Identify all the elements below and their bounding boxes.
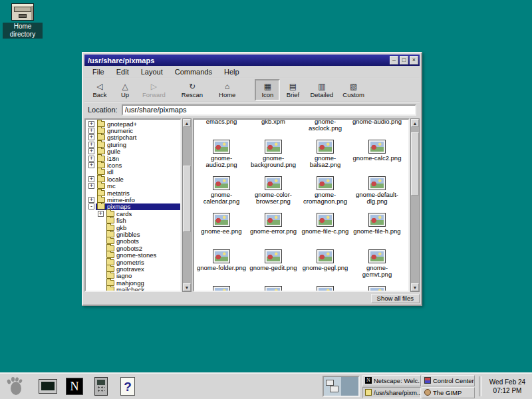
file-item[interactable]: gnome-calc2.png xyxy=(351,138,403,174)
file-item[interactable]: gnome-file-h.png xyxy=(351,211,403,247)
tree-item[interactable]: gnibbles xyxy=(86,231,180,237)
titlebar-button[interactable]: × xyxy=(410,56,418,65)
toolbar-button[interactable]: △ Up xyxy=(112,79,138,101)
tree-item[interactable]: - pixmaps xyxy=(86,203,180,210)
applet-handle[interactable] xyxy=(479,376,481,396)
tree-expander-icon[interactable]: + xyxy=(88,121,94,127)
file-item[interactable]: gnome-background.png xyxy=(247,138,299,174)
home-directory-desktop-icon[interactable]: Home directory xyxy=(3,3,43,39)
toolbar-button[interactable]: ▧ Custom xyxy=(338,79,369,101)
file-item[interactable]: gnome-file-c.png xyxy=(299,211,351,247)
tree-expander-icon[interactable]: - xyxy=(88,203,94,209)
tree-scrollbar-thumb[interactable] xyxy=(183,166,191,232)
titlebar-button[interactable]: □ xyxy=(400,56,408,65)
task-button[interactable]: N Netscape: Welc... xyxy=(362,375,421,386)
window-titlebar[interactable]: /usr/share/pixmaps – □ × xyxy=(84,55,420,66)
help-button[interactable]: ? xyxy=(116,375,140,398)
tree-expander-icon[interactable]: + xyxy=(98,211,104,217)
tree-item[interactable]: gnometris xyxy=(86,259,180,265)
tree-expander-icon[interactable]: + xyxy=(88,148,94,154)
file-item[interactable]: gnome-error.png xyxy=(247,211,299,247)
show-all-files-button[interactable]: Show all files xyxy=(371,294,420,303)
tree-item-label: gnome-stones xyxy=(116,251,156,259)
tree-item[interactable]: iagno xyxy=(86,273,180,279)
task-icon xyxy=(365,389,372,396)
tree-expander-icon[interactable]: + xyxy=(88,134,94,140)
file-item[interactable] xyxy=(299,284,351,292)
task-button[interactable]: /usr/share/pixm... xyxy=(362,387,421,398)
file-item[interactable]: gnome-cromagnon.png xyxy=(299,174,351,211)
icon-view-scrollbar[interactable]: ▲ ▼ xyxy=(410,118,420,292)
tree-scrollbar[interactable]: ▲ ▼ xyxy=(182,118,192,292)
pager-desktop-1[interactable] xyxy=(324,377,341,396)
menu-item[interactable]: Commands xyxy=(169,66,218,77)
tree-item[interactable]: fish xyxy=(86,217,180,223)
file-item[interactable]: gnome-default-dlg.png xyxy=(351,174,403,211)
file-item[interactable]: gnome-gemvt.png xyxy=(351,247,403,284)
desk-guide-pager[interactable] xyxy=(323,376,360,397)
toolbar-button[interactable]: ▷ Forward xyxy=(138,79,170,101)
tree-item[interactable]: gnobots2 xyxy=(86,245,180,251)
file-item[interactable] xyxy=(247,284,299,292)
file-item[interactable]: gnome-audio2.png xyxy=(196,138,247,174)
tree-item[interactable]: gnome-stones xyxy=(86,251,180,258)
netscape-button[interactable]: N xyxy=(63,375,86,398)
file-item[interactable]: gnome-color-browser.png xyxy=(247,174,299,211)
pager-desktop-2[interactable] xyxy=(341,377,358,396)
toolbar-button[interactable]: ↻ Rescan xyxy=(177,79,207,101)
tree-item[interactable]: gnotravex xyxy=(86,265,180,272)
file-item[interactable]: gnome-calendar.png xyxy=(196,174,247,211)
pda-button[interactable] xyxy=(89,375,113,398)
file-item[interactable]: gnome-gegl.png xyxy=(299,247,351,284)
task-button[interactable]: Control Center xyxy=(422,375,475,386)
tree-item[interactable]: gkb xyxy=(86,224,180,231)
file-item[interactable]: gnome-folder.png xyxy=(196,247,247,284)
tree-item[interactable]: mailcheck xyxy=(86,286,180,292)
tree-expander-icon[interactable]: + xyxy=(88,197,94,203)
toolbar: ◁ Back △ Up ▷ Forward ↻ Rescan xyxy=(84,78,420,102)
file-item[interactable]: gkb.xpm xyxy=(247,118,299,138)
menu-item[interactable]: File xyxy=(86,66,110,77)
file-item[interactable]: gnome-balsa2.png xyxy=(299,138,351,174)
scroll-down-icon[interactable]: ▼ xyxy=(183,283,191,291)
tree-expander-icon[interactable]: + xyxy=(88,156,94,162)
file-item[interactable]: gnome-gedit.png xyxy=(247,247,299,284)
main-menu-button[interactable] xyxy=(3,375,27,398)
toolbar-button[interactable]: ▦ Icon xyxy=(255,79,280,101)
toolbar-button[interactable]: ⌂ Home xyxy=(214,79,240,101)
tree-item-label: gkb xyxy=(116,224,126,231)
tree-item[interactable]: + cards xyxy=(86,210,180,217)
tree-item-label: idl xyxy=(107,168,114,176)
file-item[interactable]: gnome-ee.png xyxy=(196,211,247,247)
toolbar-button[interactable]: ▤ Brief xyxy=(280,79,305,101)
file-item[interactable]: gnome-asclock.png xyxy=(299,118,351,138)
terminal-button[interactable] xyxy=(36,375,60,398)
tasklist: N Netscape: Welc... Control Center /usr/… xyxy=(362,375,475,398)
file-item[interactable]: emacs.png xyxy=(196,118,247,138)
tree-expander-icon[interactable]: + xyxy=(88,128,94,134)
tree-expander-icon[interactable]: + xyxy=(88,176,94,182)
menu-item[interactable]: Edit xyxy=(110,66,135,77)
tree-item[interactable]: gnobots xyxy=(86,238,180,245)
toolbar-button-label: Back xyxy=(92,92,106,98)
gnome-panel: N ? N Netscape: Welc... xyxy=(0,372,532,399)
scroll-down-icon[interactable]: ▼ xyxy=(411,283,419,291)
menu-item[interactable]: Help xyxy=(218,66,245,77)
location-input[interactable] xyxy=(122,104,416,116)
tree-expander-icon[interactable]: + xyxy=(88,162,94,168)
icon-view-scrollbar-thumb[interactable] xyxy=(411,132,419,196)
tree-item[interactable]: mahjongg xyxy=(86,279,180,286)
toolbar-button[interactable]: ▥ Detailed xyxy=(305,79,338,101)
tree-expander-icon[interactable]: + xyxy=(88,183,94,189)
scroll-up-icon[interactable]: ▲ xyxy=(183,119,191,127)
toolbar-button[interactable]: ◁ Back xyxy=(87,79,112,101)
menu-item[interactable]: Layout xyxy=(135,66,169,77)
tree-expander-icon[interactable]: + xyxy=(88,142,94,148)
file-item[interactable] xyxy=(196,284,247,292)
task-button[interactable]: The GIMP xyxy=(422,387,475,398)
file-name: gnome-folder.png xyxy=(197,265,246,271)
titlebar-button[interactable]: – xyxy=(390,56,398,65)
file-item[interactable] xyxy=(351,284,403,292)
scroll-up-icon[interactable]: ▲ xyxy=(411,119,419,127)
file-item[interactable]: gnome-audio.png xyxy=(351,118,403,138)
